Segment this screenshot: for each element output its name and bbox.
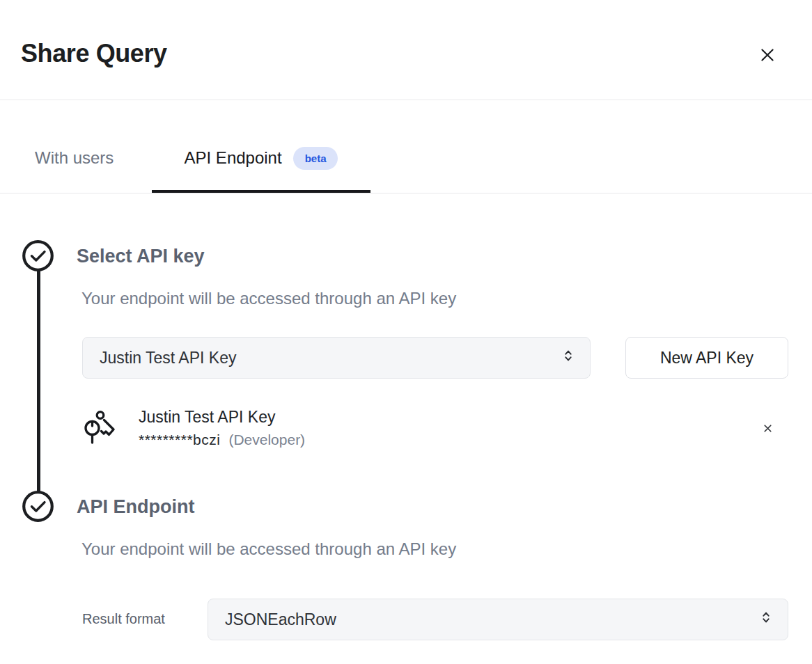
close-button[interactable] [755, 43, 780, 68]
step-1-title: Select API key [77, 244, 205, 268]
selected-key-role: (Developer) [228, 432, 305, 448]
step-1-check-icon [22, 239, 54, 275]
remove-key-x-icon [762, 422, 774, 436]
selected-key-secret-row: *********bczi (Developer) [139, 432, 305, 448]
header-divider [0, 100, 812, 100]
keys-icon [83, 409, 115, 451]
new-api-key-button[interactable]: New API Key [625, 337, 788, 379]
step-connector-line [37, 269, 40, 493]
tab-with-users[interactable]: With users [21, 141, 127, 175]
step-2-description: Your endpoint will be accessed through a… [81, 539, 456, 560]
beta-badge: beta [293, 147, 338, 170]
new-api-key-button-label: New API Key [660, 349, 754, 367]
result-format-select-value: JSONEachRow [225, 610, 336, 629]
tabs-divider [0, 193, 812, 193]
result-format-label: Result format [82, 611, 165, 627]
api-key-select-value: Justin Test API Key [100, 349, 236, 367]
chevron-up-down-icon [561, 348, 576, 367]
step-1-description: Your endpoint will be accessed through a… [81, 288, 456, 309]
chevron-up-down-icon [758, 610, 774, 629]
close-icon [758, 46, 776, 66]
step-2-check-icon [22, 490, 54, 525]
selected-key-name: Justin Test API Key [139, 406, 275, 427]
tab-with-users-label: With users [35, 148, 114, 168]
page-title: Share Query [21, 39, 167, 68]
step-2-title: API Endpoint [77, 495, 194, 519]
result-format-select[interactable]: JSONEachRow [208, 599, 788, 640]
tab-api-endpoint-label: API Endpoint [185, 148, 282, 168]
api-key-select[interactable]: Justin Test API Key [82, 337, 591, 379]
selected-key-masked-secret: *********bczi [139, 432, 220, 448]
tab-api-endpoint[interactable]: API Endpoint beta [152, 141, 370, 175]
remove-key-button[interactable] [756, 418, 779, 441]
